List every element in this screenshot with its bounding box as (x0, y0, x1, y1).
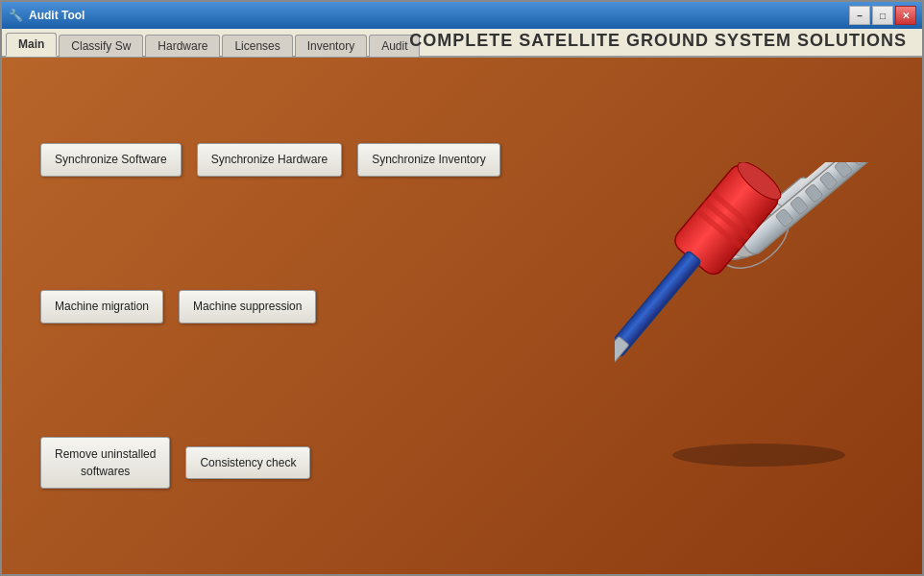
app-subtitle: COMPLETE SATELLITE GROUND SYSTEM SOLUTIO… (409, 31, 907, 51)
tab-hardware[interactable]: Hardware (145, 35, 220, 57)
remove-uninstalled-button[interactable]: Remove uninstalledsoftwares (40, 437, 170, 489)
maximize-button[interactable]: □ (872, 6, 893, 25)
app-icon: 🔧 (8, 8, 23, 23)
tools-illustration (615, 162, 903, 469)
main-content: Synchronize Software Synchronize Hardwar… (2, 58, 922, 574)
close-button[interactable]: ✕ (895, 6, 916, 25)
title-bar-buttons: – □ ✕ (849, 6, 916, 25)
machine-suppression-button[interactable]: Machine suppression (179, 290, 316, 324)
button-row-2: Machine migration Machine suppression (40, 290, 557, 324)
tab-classify-sw[interactable]: Classify Sw (59, 35, 143, 57)
svg-rect-19 (615, 251, 701, 357)
button-row-3: Remove uninstalledsoftwares Consistency … (40, 437, 557, 489)
tab-main[interactable]: Main (6, 33, 57, 57)
sync-inventory-button[interactable]: Synchronize Inventory (357, 143, 500, 177)
main-window: 🔧 Audit Tool – □ ✕ Main Classify Sw Hard… (0, 0, 924, 576)
tools-area (596, 58, 922, 574)
sync-software-button[interactable]: Synchronize Software (40, 143, 182, 177)
tab-inventory[interactable]: Inventory (295, 35, 367, 57)
sync-hardware-button[interactable]: Synchronize Hardware (197, 143, 342, 177)
consistency-check-button[interactable]: Consistency check (185, 446, 310, 480)
tab-licenses[interactable]: Licenses (222, 35, 292, 57)
title-bar: 🔧 Audit Tool – □ ✕ (2, 2, 922, 29)
tab-bar: Main Classify Sw Hardware Licenses Inven… (2, 29, 922, 58)
button-row-1: Synchronize Software Synchronize Hardwar… (40, 143, 557, 177)
window-title: Audit Tool (29, 9, 85, 22)
machine-migration-button[interactable]: Machine migration (40, 290, 163, 324)
buttons-area: Synchronize Software Synchronize Hardwar… (2, 58, 596, 574)
title-bar-left: 🔧 Audit Tool (8, 8, 85, 23)
svg-point-22 (672, 444, 845, 467)
minimize-button[interactable]: – (849, 6, 870, 25)
